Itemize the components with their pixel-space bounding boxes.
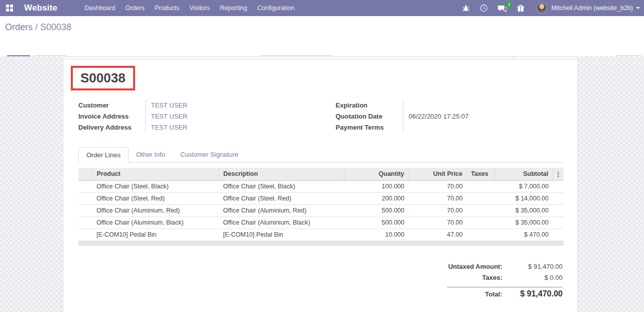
user-avatar[interactable] (536, 3, 547, 14)
invoice-address-field-label: Invoice Address (78, 111, 145, 122)
delivery-address-field-value[interactable]: TEST USER (145, 122, 320, 133)
total-value: $ 91,470.00 (509, 289, 563, 298)
menu-orders[interactable]: Orders (120, 1, 149, 16)
debug-bug-icon[interactable] (457, 3, 475, 14)
cell-subtotal[interactable]: $ 14,000.00 (495, 192, 553, 204)
breadcrumb-separator: / (33, 22, 40, 32)
cell-taxes[interactable] (467, 217, 495, 229)
breadcrumb: Orders / S00038 (0, 16, 644, 33)
menu-products[interactable]: Products (150, 1, 184, 16)
optional-columns-icon[interactable]: ⋮ (553, 168, 564, 180)
customer-field-value[interactable]: TEST USER (145, 99, 320, 111)
quotation-date-field-label: Quotation Date (336, 111, 403, 122)
table-row[interactable]: Office Chair (Aluminium, Red) Office Cha… (78, 204, 564, 217)
delivery-address-field-label: Delivery Address (78, 122, 145, 133)
grid-icon (6, 5, 13, 12)
cell-taxes[interactable] (467, 229, 495, 241)
table-header-row: Product Description Quantity Unit Price … (78, 168, 564, 180)
cell-description[interactable]: Office Chair (Steel, Red) (219, 192, 344, 204)
table-row[interactable]: Office Chair (Steel, Black) Office Chair… (78, 180, 564, 192)
cell-taxes[interactable] (467, 180, 495, 192)
table-row[interactable]: Office Chair (Steel, Red) Office Chair (… (78, 192, 564, 204)
tab-order-lines[interactable]: Order Lines (78, 147, 129, 163)
field-group-right: Expiration Quotation Date 06/22/2020 17:… (320, 99, 563, 133)
cell-unit-price[interactable]: 70.00 (408, 217, 467, 229)
cell-quantity[interactable]: 200.000 (344, 192, 408, 204)
customer-field-label: Customer (78, 99, 145, 111)
product-column-header[interactable]: Product (92, 168, 219, 180)
menu-visitors[interactable]: Visitors (184, 1, 215, 16)
description-column-header[interactable]: Description (219, 168, 344, 180)
cell-taxes[interactable] (467, 204, 495, 217)
cell-product[interactable]: Office Chair (Aluminium, Red) (92, 204, 219, 217)
cell-subtotal[interactable]: $ 7,000.00 (495, 180, 553, 192)
form-view-background: S00038 Customer TEST USER Invoice Addres… (0, 56, 644, 312)
cell-unit-price[interactable]: 47.00 (408, 229, 467, 241)
untaxed-amount-label: Untaxed Amount: (447, 263, 509, 270)
cell-product[interactable]: Office Chair (Steel, Black) (92, 180, 219, 192)
order-reference-title: S00038 (80, 70, 126, 86)
breadcrumb-orders-link[interactable]: Orders (5, 22, 33, 32)
payment-terms-field-value (403, 122, 563, 133)
menu-reporting[interactable]: Reporting (215, 1, 252, 16)
cell-description[interactable]: Office Chair (Aluminium, Red) (219, 204, 344, 217)
quantity-column-header[interactable]: Quantity (344, 168, 408, 180)
list-footer-bar (78, 241, 564, 246)
order-lines-list: Product Description Quantity Unit Price … (78, 168, 564, 246)
cell-subtotal[interactable]: $ 470.00 (495, 229, 553, 241)
activities-clock-icon[interactable] (475, 2, 493, 14)
cell-quantity[interactable]: 500.000 (344, 204, 408, 217)
apps-menu-icon[interactable] (4, 3, 15, 14)
invoice-address-field-value[interactable]: TEST USER (145, 111, 320, 122)
cell-subtotal[interactable]: $ 35,000.00 (495, 204, 553, 217)
cell-subtotal[interactable]: $ 35,000.00 (495, 217, 553, 229)
table-row[interactable]: [E-COM10] Pedal Bin [E-COM10] Pedal Bin … (78, 229, 564, 241)
taxes-column-header[interactable]: Taxes (467, 168, 495, 180)
cell-quantity[interactable]: 100.000 (344, 180, 408, 192)
taxes-total-value: $ 0.00 (509, 274, 563, 281)
messages-icon[interactable]: 3 (493, 3, 512, 14)
expiration-field-value (403, 99, 563, 111)
cell-unit-price[interactable]: 70.00 (408, 192, 467, 204)
total-label: Total: (447, 290, 509, 298)
field-group-left: Customer TEST USER Invoice Address TEST … (78, 99, 320, 133)
cell-description[interactable]: [E-COM10] Pedal Bin (219, 229, 344, 241)
tab-other-info[interactable]: Other Info (129, 147, 173, 163)
subtotal-column-header[interactable]: Subtotal (495, 168, 553, 180)
untaxed-amount-value: $ 91,470.00 (509, 263, 563, 270)
payment-terms-field-label: Payment Terms (336, 122, 403, 133)
status-strip (63, 56, 577, 59)
cell-product[interactable]: [E-COM10] Pedal Bin (92, 229, 219, 241)
table-row[interactable]: Office Chair (Aluminium, Black) Office C… (78, 217, 564, 229)
app-brand[interactable]: Website (24, 3, 57, 13)
cell-unit-price[interactable]: 70.00 (408, 204, 467, 217)
breadcrumb-current: S00038 (40, 22, 71, 32)
handle-column-header (78, 168, 92, 180)
tab-bar: Order Lines Other Info Customer Signatur… (78, 147, 563, 163)
user-menu-caret-icon[interactable] (636, 7, 640, 9)
cell-taxes[interactable] (467, 192, 495, 204)
tab-customer-signature[interactable]: Customer Signature (173, 147, 246, 163)
field-groups: Customer TEST USER Invoice Address TEST … (78, 99, 563, 133)
cell-product[interactable]: Office Chair (Steel, Red) (92, 192, 219, 204)
order-reference-highlight: S00038 (71, 66, 135, 90)
unit-price-column-header[interactable]: Unit Price (408, 168, 467, 180)
cell-quantity[interactable]: 500.000 (344, 217, 408, 229)
gift-icon[interactable] (512, 3, 529, 14)
navbar-systray: 3 Mitchell Admin (website_b2b) (457, 2, 640, 14)
main-menu: Dashboard Orders Products Visitors Repor… (79, 1, 299, 16)
expiration-field-label: Expiration (336, 99, 403, 111)
quotation-date-field-value: 06/22/2020 17:25:07 (403, 111, 563, 122)
menu-configuration[interactable]: Configuration (252, 1, 299, 16)
menu-dashboard[interactable]: Dashboard (79, 1, 120, 16)
notebook: Order Lines Other Info Customer Signatur… (78, 147, 563, 163)
cell-unit-price[interactable]: 70.00 (408, 180, 467, 192)
cell-description[interactable]: Office Chair (Steel, Black) (219, 180, 344, 192)
control-panel: Orders / S00038 Edit Create Print Action… (0, 16, 644, 56)
cell-product[interactable]: Office Chair (Aluminium, Black) (92, 217, 219, 229)
user-menu-label[interactable]: Mitchell Admin (website_b2b) (551, 5, 633, 12)
taxes-total-label: Taxes: (447, 274, 509, 281)
message-count-badge: 3 (505, 2, 512, 8)
cell-quantity[interactable]: 10.000 (344, 229, 408, 241)
cell-description[interactable]: Office Chair (Aluminium, Black) (219, 217, 344, 229)
